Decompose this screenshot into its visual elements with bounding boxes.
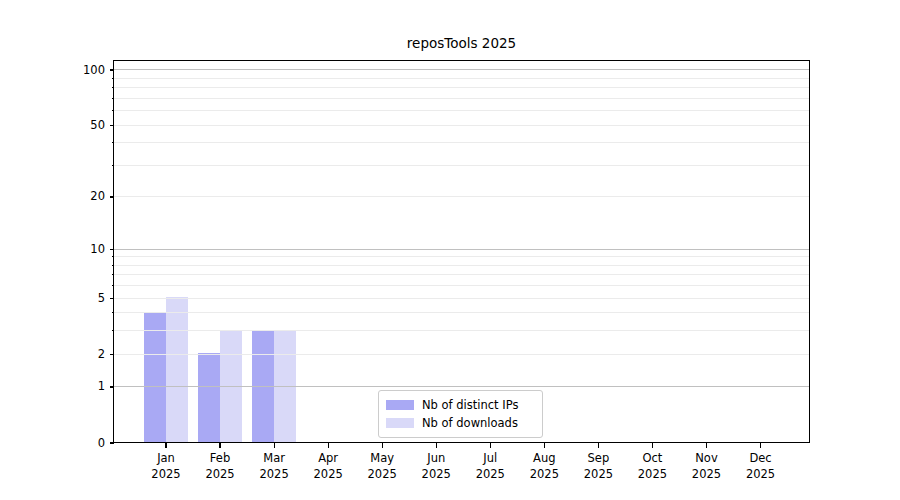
y-minor-tick-mark bbox=[112, 165, 115, 166]
y-tick-label: 0 bbox=[35, 436, 105, 451]
y-tick-mark bbox=[110, 386, 115, 387]
y-tick-label: 50 bbox=[35, 118, 105, 133]
gridline-minor bbox=[114, 274, 809, 275]
x-tick-label: May 2025 bbox=[352, 451, 412, 482]
y-tick-mark bbox=[110, 249, 115, 250]
x-tick-label: Apr 2025 bbox=[298, 451, 358, 482]
legend-swatch bbox=[386, 400, 414, 410]
y-minor-tick-mark bbox=[112, 142, 115, 143]
gridline-minor bbox=[114, 354, 809, 355]
x-tick-label: Aug 2025 bbox=[514, 451, 574, 482]
legend-label: Nb of distinct IPs bbox=[422, 398, 518, 412]
gridline-minor bbox=[114, 312, 809, 313]
x-tick-mark bbox=[165, 443, 166, 448]
y-tick-mark bbox=[110, 69, 115, 70]
y-minor-tick-mark bbox=[112, 125, 115, 126]
gridline-minor bbox=[114, 87, 809, 88]
gridline-minor bbox=[114, 110, 809, 111]
chart-title: reposTools 2025 bbox=[113, 35, 810, 51]
legend-item: Nb of distinct IPs bbox=[386, 398, 533, 412]
x-tick-mark bbox=[382, 443, 383, 448]
y-tick-label: 10 bbox=[35, 242, 105, 257]
y-minor-tick-mark bbox=[112, 98, 115, 99]
x-tick-mark bbox=[490, 443, 491, 448]
y-tick-label: 1 bbox=[35, 379, 105, 394]
x-tick-label: Jun 2025 bbox=[406, 451, 466, 482]
y-minor-tick-mark bbox=[112, 196, 115, 197]
y-minor-tick-mark bbox=[112, 285, 115, 286]
gridline-minor bbox=[114, 78, 809, 79]
x-tick-mark bbox=[436, 443, 437, 448]
y-minor-tick-mark bbox=[112, 354, 115, 355]
y-minor-tick-mark bbox=[112, 78, 115, 79]
y-tick-mark bbox=[110, 442, 115, 443]
x-tick-label: Mar 2025 bbox=[244, 451, 304, 482]
y-tick-label: 5 bbox=[35, 291, 105, 306]
x-tick-label: Oct 2025 bbox=[622, 451, 682, 482]
x-tick-mark bbox=[544, 443, 545, 448]
y-tick-label: 100 bbox=[35, 63, 105, 78]
gridline-minor bbox=[114, 98, 809, 99]
x-tick-mark bbox=[760, 443, 761, 448]
y-minor-tick-mark bbox=[112, 256, 115, 257]
y-tick-label: 2 bbox=[35, 347, 105, 362]
gridline-major bbox=[114, 386, 809, 387]
x-tick-label: Feb 2025 bbox=[190, 451, 250, 482]
y-minor-tick-mark bbox=[112, 274, 115, 275]
bar-distinct-ips bbox=[198, 353, 220, 442]
x-tick-mark bbox=[328, 443, 329, 448]
legend-swatch bbox=[386, 418, 414, 428]
bar-downloads bbox=[166, 297, 188, 442]
legend-label: Nb of downloads bbox=[422, 416, 518, 430]
plot-area bbox=[113, 60, 810, 443]
x-tick-mark bbox=[598, 443, 599, 448]
gridline-major bbox=[114, 249, 809, 250]
x-tick-mark bbox=[652, 443, 653, 448]
x-tick-mark bbox=[706, 443, 707, 448]
gridline-major bbox=[114, 69, 809, 70]
y-minor-tick-mark bbox=[112, 110, 115, 111]
y-minor-tick-mark bbox=[112, 265, 115, 266]
gridline-minor bbox=[114, 142, 809, 143]
gridline-minor bbox=[114, 196, 809, 197]
gridline-minor bbox=[114, 165, 809, 166]
gridline-minor bbox=[114, 330, 809, 331]
y-minor-tick-mark bbox=[112, 312, 115, 313]
gridline-minor bbox=[114, 265, 809, 266]
legend: Nb of distinct IPsNb of downloads bbox=[378, 390, 543, 438]
chart-figure: reposTools 2025 0125102050100Jan 2025Feb… bbox=[0, 0, 900, 500]
x-tick-label: Nov 2025 bbox=[677, 451, 737, 482]
legend-item: Nb of downloads bbox=[386, 416, 533, 430]
gridline-minor bbox=[114, 125, 809, 126]
x-tick-mark bbox=[219, 443, 220, 448]
y-minor-tick-mark bbox=[112, 298, 115, 299]
y-tick-label: 20 bbox=[35, 189, 105, 204]
x-tick-label: Jan 2025 bbox=[136, 451, 196, 482]
gridline-minor bbox=[114, 285, 809, 286]
y-minor-tick-mark bbox=[112, 330, 115, 331]
x-tick-mark bbox=[274, 443, 275, 448]
x-tick-label: Jul 2025 bbox=[460, 451, 520, 482]
gridline-minor bbox=[114, 256, 809, 257]
x-tick-label: Dec 2025 bbox=[731, 451, 791, 482]
x-tick-label: Sep 2025 bbox=[568, 451, 628, 482]
gridline-minor bbox=[114, 298, 809, 299]
y-minor-tick-mark bbox=[112, 87, 115, 88]
